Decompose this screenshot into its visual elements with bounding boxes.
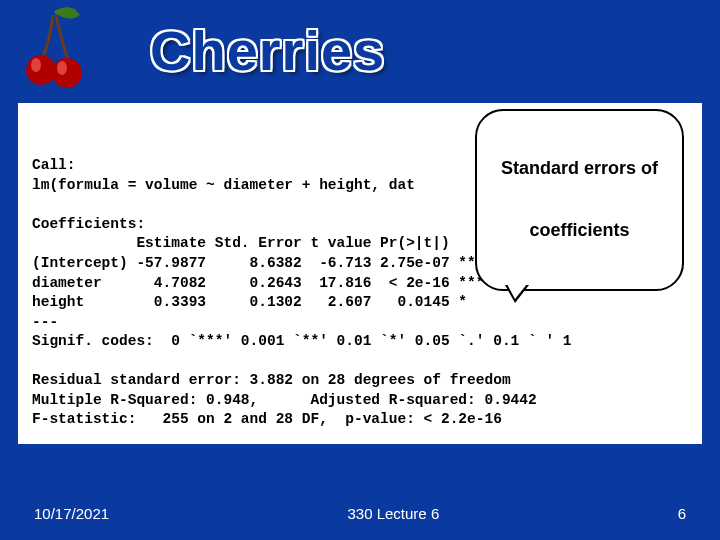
code-line: lm(formula = volume ~ diameter + height,…: [32, 177, 415, 193]
code-line: Estimate Std. Error t value Pr(>|t|): [32, 235, 450, 251]
callout-annotation: Standard errors of coefficients: [475, 109, 684, 291]
footer-page-number: 6: [678, 505, 686, 522]
code-line: height 0.3393 0.1302 2.607 0.0145 *: [32, 294, 467, 310]
r-output-panel: Standard errors of coefficients Call: lm…: [18, 103, 702, 444]
code-line: diameter 4.7082 0.2643 17.816 < 2e-16 **…: [32, 275, 484, 291]
code-line: Call:: [32, 157, 76, 173]
svg-point-2: [52, 58, 82, 88]
svg-point-0: [26, 55, 56, 85]
footer-date: 10/17/2021: [34, 505, 109, 522]
code-line: Residual standard error: 3.882 on 28 deg…: [32, 372, 511, 388]
footer-center: 330 Lecture 6: [347, 505, 439, 522]
callout-line: coefficients: [501, 220, 658, 241]
code-line: ---: [32, 314, 58, 330]
slide-footer: 10/17/2021 330 Lecture 6 6: [0, 505, 720, 522]
svg-point-3: [57, 61, 67, 75]
code-line: Multiple R-Squared: 0.948, Adjusted R-sq…: [32, 392, 537, 408]
svg-point-1: [31, 58, 41, 72]
code-line: Signif. codes: 0 `***' 0.001 `**' 0.01 `…: [32, 333, 572, 349]
callout-line: Standard errors of: [501, 158, 658, 179]
slide-title: Cherries: [150, 18, 385, 83]
cherries-icon: [20, 5, 90, 95]
slide-header: Cherries: [0, 0, 720, 95]
code-line: Coefficients:: [32, 216, 145, 232]
code-line: F-statistic: 255 on 2 and 28 DF, p-value…: [32, 411, 502, 427]
code-line: (Intercept) -57.9877 8.6382 -6.713 2.75e…: [32, 255, 484, 271]
